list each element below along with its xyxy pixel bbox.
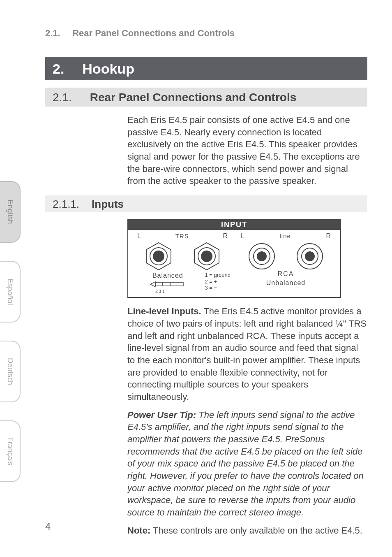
heading-1: 2. Hookup <box>45 57 367 80</box>
line-level-lead: Line-level Inputs. <box>127 306 201 316</box>
unbalanced-label: Unbalanced <box>238 279 334 287</box>
pin-legend-2: 2 = + <box>205 278 231 285</box>
breadcrumb-title: Rear Panel Connections and Controls <box>72 28 235 38</box>
diagram-header: INPUT <box>128 220 340 230</box>
trs-jack-right-icon <box>192 241 221 271</box>
tab-deutsch[interactable]: Deutsch <box>0 341 21 402</box>
heading-3: 2.1.1. Inputs <box>45 195 367 212</box>
tab-deutsch-label: Deutsch <box>6 358 14 385</box>
line-level-text: The Eris E4.5 active monitor provides a … <box>127 306 367 402</box>
pin-numbers: 2 3 1 <box>150 289 186 294</box>
tab-english[interactable]: English <box>0 181 21 243</box>
rca-jack-left-icon <box>249 243 275 269</box>
rca-type-label: RCA <box>238 270 334 278</box>
language-tabs: English Español Deutsch Français <box>0 181 26 500</box>
heading-3-title: Inputs <box>92 198 124 211</box>
trs-jack-left-icon <box>144 241 173 271</box>
heading-1-num: 2. <box>53 61 64 77</box>
trs-label-right: R <box>223 232 228 240</box>
note-text: These controls are only available on the… <box>150 525 362 536</box>
trs-pin-diagram-icon: 2 3 1 <box>150 279 186 294</box>
pin-legend-3: 3 = − <box>205 285 231 291</box>
section-2-1-body: Each Eris E4.5 pair consists of one acti… <box>127 114 367 187</box>
heading-2-title: Rear Panel Connections and Controls <box>90 91 297 104</box>
svg-rect-5 <box>170 283 183 286</box>
power-user-tip-lead: Power User Tip: <box>127 410 196 420</box>
svg-rect-4 <box>163 283 170 286</box>
note-lead: Note: <box>127 525 150 536</box>
trs-label-mid: TRS <box>175 232 189 240</box>
rca-label-left: L <box>240 232 244 240</box>
breadcrumb-num: 2.1. <box>45 28 70 39</box>
tab-francais[interactable]: Français <box>0 420 21 482</box>
tab-espanol-label: Español <box>6 278 14 305</box>
trs-section: L TRS R <box>135 232 231 294</box>
heading-1-title: Hookup <box>82 61 134 77</box>
breadcrumb: 2.1. Rear Panel Connections and Controls <box>45 28 367 39</box>
pin-legend-1: 1 = ground <box>205 272 231 278</box>
input-diagram: INPUT L TRS R <box>127 219 367 298</box>
trs-label-left: L <box>137 232 141 240</box>
rca-label-right: R <box>326 232 331 240</box>
svg-marker-2 <box>150 282 155 287</box>
rca-jack-right-icon <box>297 243 323 269</box>
power-user-tip-paragraph: Power User Tip: The left inputs send sig… <box>127 409 367 519</box>
line-level-paragraph: Line-level Inputs. The Eris E4.5 active … <box>127 305 367 403</box>
heading-3-num: 2.1.1. <box>53 198 79 211</box>
balanced-label: Balanced <box>135 272 201 279</box>
tab-english-label: English <box>6 200 14 224</box>
rca-section: L line R RCA Unbalanced <box>238 232 334 294</box>
heading-2-num: 2.1. <box>53 91 72 104</box>
tab-espanol[interactable]: Español <box>0 261 21 323</box>
tab-francais-label: Français <box>6 437 14 465</box>
heading-2: 2.1. Rear Panel Connections and Controls <box>45 88 367 107</box>
svg-rect-3 <box>155 283 163 286</box>
page-number: 4 <box>45 521 51 532</box>
rca-label-mid: line <box>279 232 291 240</box>
pin-legend: 1 = ground 2 = + 3 = − <box>205 272 231 291</box>
power-user-tip-text: The left inputs send signal to the activ… <box>127 410 364 518</box>
note-paragraph: Note: These controls are only available … <box>127 525 367 537</box>
